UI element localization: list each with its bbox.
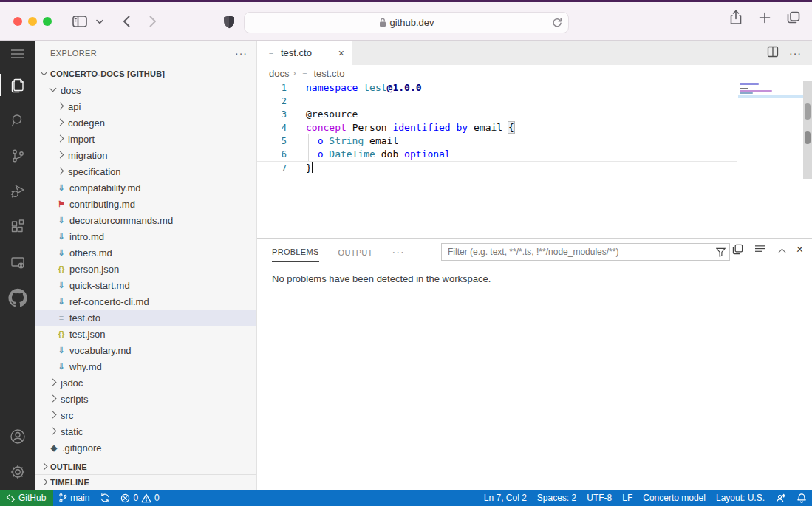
editor-scrollbar[interactable] <box>803 81 812 179</box>
share-icon[interactable] <box>725 10 747 25</box>
scrollbar-thumb[interactable] <box>805 103 811 120</box>
minimize-window-button[interactable] <box>28 17 37 26</box>
breadcrumb-file[interactable]: test.cto <box>313 68 344 79</box>
indentation[interactable]: Spaces: 2 <box>532 490 581 506</box>
language-mode[interactable]: Concerto model <box>638 490 711 506</box>
tree-item-static[interactable]: static <box>35 423 256 440</box>
tree-item-gitignore[interactable]: ◈.gitignore <box>35 440 256 456</box>
indent-guide <box>47 261 47 277</box>
encoding[interactable]: UTF-8 <box>581 490 617 506</box>
code-line-4[interactable]: 4concept Person identified by email { <box>257 121 812 134</box>
sidebar-chevron-down-icon[interactable] <box>92 19 108 24</box>
tree-item-import[interactable]: import <box>35 131 256 147</box>
markdown-icon: ⇓ <box>55 297 68 307</box>
tab-problems[interactable]: PROBLEMS <box>272 241 319 262</box>
feedback-icon[interactable] <box>770 490 791 506</box>
menu-icon[interactable] <box>0 41 35 67</box>
address-bar[interactable]: github.dev <box>244 12 569 33</box>
tab-output[interactable]: OUTPUT <box>338 242 373 262</box>
panel-body: No problems have been detected in the wo… <box>257 264 812 284</box>
code-line-5[interactable]: 5 o String email <box>257 134 812 148</box>
keyboard-layout[interactable]: Layout: U.S. <box>711 490 770 506</box>
panel-more-icon[interactable]: ··· <box>392 246 405 258</box>
tree-item-api[interactable]: api <box>35 98 256 114</box>
tab-label: test.cto <box>281 47 312 58</box>
tree-item-migration[interactable]: migration <box>35 147 256 163</box>
tree-item-docs[interactable]: docs <box>35 82 256 98</box>
eol-sequence[interactable]: LF <box>617 490 638 506</box>
markdown-icon: ⇓ <box>55 216 68 225</box>
tree-item-contributing-md[interactable]: ⚑contributing.md <box>35 196 256 212</box>
tree-item-person-json[interactable]: {}person.json <box>35 261 256 277</box>
problems-indicator[interactable]: 0 0 <box>115 490 164 506</box>
code-line-7[interactable]: 7} <box>257 161 737 174</box>
view-as-list-icon[interactable] <box>754 245 765 254</box>
tree-item-ref-concerto-cli-md[interactable]: ⇓ref-concerto-cli.md <box>35 293 256 310</box>
code-line-1[interactable]: 1namespace test@1.0.0 <box>257 81 812 95</box>
extensions-icon[interactable] <box>0 209 35 245</box>
close-window-button[interactable] <box>13 17 22 26</box>
code-editor[interactable]: 1namespace test@1.0.023@resource4concept… <box>257 81 812 238</box>
tree-item-quick-start-md[interactable]: ⇓quick-start.md <box>35 277 256 293</box>
code-line-2[interactable]: 2 <box>257 95 812 108</box>
reload-icon[interactable] <box>552 17 562 30</box>
search-icon[interactable] <box>0 103 35 138</box>
new-tab-icon[interactable] <box>754 10 775 25</box>
breadcrumb[interactable]: docs › ≡ test.cto <box>257 65 812 81</box>
timeline-section[interactable]: TIMELINE <box>35 474 256 490</box>
branch-indicator[interactable]: main <box>53 490 95 506</box>
chevron-right-icon <box>38 476 50 488</box>
minimap[interactable] <box>738 83 802 164</box>
tree-item-intro-md[interactable]: ⇓intro.md <box>35 228 256 245</box>
editor-more-icon[interactable]: ··· <box>789 47 802 59</box>
tab-test-cto[interactable]: ≡ test.cto × <box>257 41 352 65</box>
github-icon[interactable] <box>0 280 35 315</box>
close-panel-icon[interactable]: × <box>796 245 803 254</box>
remote-indicator[interactable]: GitHub <box>0 490 53 506</box>
workspace-root-item[interactable]: CONCERTO-DOCS [GITHUB] <box>35 66 256 82</box>
tree-item-src[interactable]: src <box>35 407 256 423</box>
code-line-3[interactable]: 3@resource <box>257 108 812 121</box>
tree-item-label: contributing.md <box>69 199 135 210</box>
zoom-window-button[interactable] <box>43 17 52 26</box>
file-tree: docsapicodegenimportmigrationspecificati… <box>35 82 256 456</box>
tree-item-why-md[interactable]: ⇓why.md <box>35 358 256 375</box>
scrollbar-thumb[interactable] <box>805 131 811 144</box>
split-editor-icon[interactable] <box>767 46 779 61</box>
back-button[interactable] <box>118 16 134 27</box>
sync-button[interactable] <box>95 490 115 506</box>
file-icon: ≡ <box>266 49 276 58</box>
filter-input[interactable] <box>441 243 730 261</box>
group-by-icon[interactable] <box>732 244 743 255</box>
remote-explorer-icon[interactable] <box>0 245 35 280</box>
sidebar-toggle-icon[interactable] <box>68 16 92 27</box>
tree-item-jsdoc[interactable]: jsdoc <box>35 375 256 391</box>
breadcrumb-folder[interactable]: docs <box>269 68 289 79</box>
close-tab-icon[interactable]: × <box>338 47 344 59</box>
maximize-panel-icon[interactable] <box>777 245 785 254</box>
account-icon[interactable] <box>0 419 35 454</box>
run-debug-icon[interactable] <box>0 174 35 209</box>
tree-item-compatability-md[interactable]: ⇓compatability.md <box>35 180 256 196</box>
tree-item-test-cto[interactable]: ≡test.cto <box>35 310 256 326</box>
tree-item-specification[interactable]: specification <box>35 163 256 180</box>
sidebar-more-icon[interactable]: ··· <box>235 47 248 59</box>
notifications-bell-icon[interactable] <box>791 490 812 506</box>
tree-item-others-md[interactable]: ⇓others.md <box>35 245 256 261</box>
tree-item-vocabulary-md[interactable]: ⇓vocabulary.md <box>35 342 256 358</box>
tab-overview-icon[interactable] <box>782 10 805 25</box>
tree-item-codegen[interactable]: codegen <box>35 114 256 131</box>
explorer-icon[interactable] <box>0 67 35 103</box>
outline-section[interactable]: OUTLINE <box>35 459 256 474</box>
cursor-position[interactable]: Ln 7, Col 2 <box>479 490 532 506</box>
source-control-icon[interactable] <box>0 138 35 174</box>
tree-item-decoratorcommands-md[interactable]: ⇓decoratorcommands.md <box>35 212 256 228</box>
tree-item-scripts[interactable]: scripts <box>35 391 256 407</box>
settings-gear-icon[interactable] <box>0 454 35 490</box>
privacy-shield-icon[interactable] <box>219 15 239 29</box>
code-line-6[interactable]: 6 o DateTime dob optional <box>257 148 812 161</box>
tree-item-test-json[interactable]: {}test.json <box>35 326 256 342</box>
chevron-right-icon <box>47 377 59 389</box>
forward-button[interactable] <box>145 16 161 27</box>
chevron-right-icon <box>55 100 66 112</box>
